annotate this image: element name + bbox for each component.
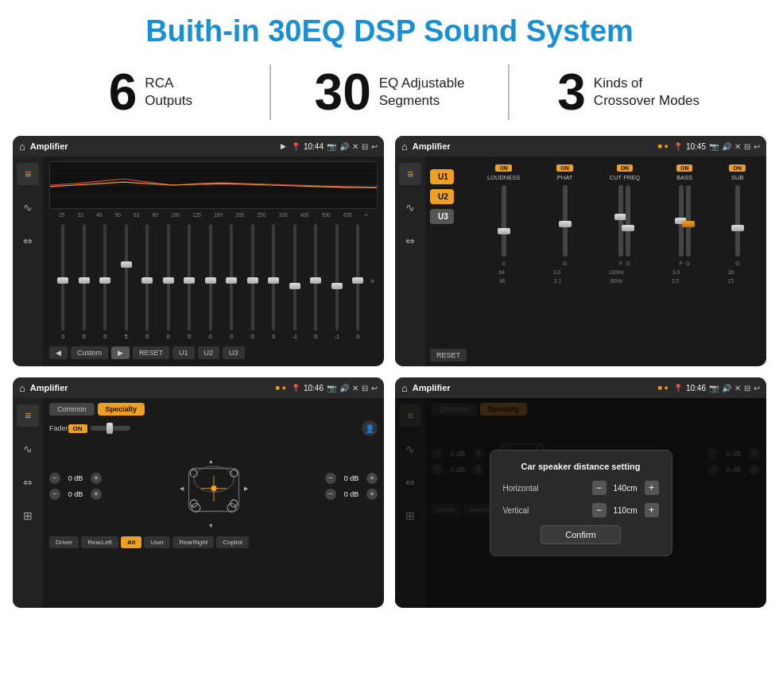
group-loudness: ON LOUDNESS 0 <box>487 164 520 266</box>
eq-u3-btn[interactable]: U3 <box>223 346 245 359</box>
eq-slider-7: 0 <box>200 222 222 339</box>
right-rear-plus[interactable]: + <box>366 489 378 500</box>
sub-slider[interactable] <box>735 185 740 257</box>
eq-content: ≡ ∿ ⇔ 2 <box>13 157 384 366</box>
stat-eq-number: 30 <box>315 67 371 118</box>
stat-crossover: 3 Kinds of Crossover Modes <box>525 67 731 118</box>
left-rear-value: 0 dB <box>64 490 87 498</box>
svg-point-11 <box>230 470 237 477</box>
stats-row: 6 RCA Outputs 30 EQ Adjustable Segments … <box>0 56 779 131</box>
stat-crossover-text: Kinds of Crossover Modes <box>594 75 700 110</box>
crossover-main-area: U1 U2 U3 RESET ON LOUDNESS 0 <box>425 157 766 366</box>
common-tab[interactable]: Common <box>49 403 95 416</box>
group-phat: ON PHAT G <box>556 164 573 266</box>
sidebar-arrows-icon-2[interactable]: ⇔ <box>399 230 421 252</box>
fader-content: ≡ ∿ ⇔ ⊞ Common Specialty Fader ON <box>13 398 384 608</box>
right-front-value: 0 dB <box>339 474 363 482</box>
fader-sidebar: ≡ ∿ ⇔ ⊞ <box>13 398 43 608</box>
cutfreq-slider-f[interactable] <box>618 185 623 257</box>
driver-btn[interactable]: Driver <box>49 536 79 548</box>
sidebar-eq-icon[interactable]: ≡ <box>17 163 39 185</box>
freq-values: 64 3.0 100Hz 3.0 20 <box>471 269 762 275</box>
page-title: Buith-in 30EQ DSP Sound System <box>0 0 779 56</box>
stat-crossover-number: 3 <box>557 67 586 118</box>
crossover-reset-btn[interactable]: RESET <box>430 349 467 362</box>
loudness-slider[interactable] <box>502 185 506 257</box>
home-icon[interactable]: ⌂ <box>19 141 25 153</box>
eq-more-icon[interactable]: » <box>369 222 375 339</box>
phat-label: PHAT <box>557 174 572 181</box>
loudness-on: ON <box>495 164 512 172</box>
cutfreq-slider-g[interactable] <box>626 185 630 257</box>
eq-screen: ⌂ Amplifier ▶ 📍 10:44 📷 🔊 ✕ ⊟ ↩ ≡ ∿ ⇔ <box>13 136 384 366</box>
topbar-icons: 📍 10:44 📷 🔊 ✕ ⊟ ↩ <box>291 142 378 151</box>
eq-reset-btn[interactable]: RESET <box>133 346 169 359</box>
specialty-tab[interactable]: Specialty <box>98 403 145 416</box>
eq-time: 10:44 <box>304 142 324 151</box>
stat-eq-text: EQ Adjustable Segments <box>379 75 465 110</box>
eq-preset-btn[interactable]: Custom <box>71 346 108 359</box>
sidebar-eq-icon-2[interactable]: ≡ <box>399 163 421 185</box>
pin-icon-3: 📍 <box>291 384 300 393</box>
eq-prev-btn[interactable]: ◀ <box>49 346 68 359</box>
sidebar-wave-icon-3[interactable]: ∿ <box>17 438 39 460</box>
rearleft-btn[interactable]: RearLeft <box>81 536 118 548</box>
left-front-minus[interactable]: − <box>49 473 60 484</box>
stat-divider-1 <box>269 64 271 120</box>
sub-label: SUB <box>731 174 743 181</box>
sidebar-arrows-icon-3[interactable]: ⇔ <box>17 471 39 493</box>
copilot-btn[interactable]: Copilot <box>216 536 249 548</box>
eq-play-btn[interactable]: ▶ <box>111 346 130 359</box>
left-rear-plus[interactable]: + <box>91 489 102 500</box>
home-icon-4[interactable]: ⌂ <box>401 382 408 394</box>
left-front-plus[interactable]: + <box>91 473 102 484</box>
u3-btn[interactable]: U3 <box>430 209 454 224</box>
dialog-title-bar: Amplifier <box>413 383 653 393</box>
rearright-btn[interactable]: RearRight <box>172 536 214 548</box>
confirm-button[interactable]: Confirm <box>541 525 621 544</box>
crossover-sidebar: ≡ ∿ ⇔ <box>395 157 425 366</box>
user-icon[interactable]: 👤 <box>362 420 378 436</box>
fader-label: Fader <box>49 424 68 432</box>
sidebar-eq-icon-3[interactable]: ≡ <box>17 404 39 427</box>
sidebar-expand-icon-3[interactable]: ⊞ <box>17 505 39 527</box>
group-bass: ON BASS F G <box>676 164 693 266</box>
group-sub: ON SUB G <box>729 164 746 266</box>
stat-rca-text: RCA Outputs <box>145 75 192 110</box>
eq-u1-btn[interactable]: U1 <box>172 346 195 359</box>
sidebar-wave-icon-2[interactable]: ∿ <box>399 196 421 219</box>
close-icon: ✕ <box>352 142 358 151</box>
eq-u2-btn[interactable]: U2 <box>198 346 220 359</box>
dialog-overlay: Car speaker distance setting Horizontal … <box>395 398 766 608</box>
bass-slider-g[interactable] <box>686 185 691 257</box>
u-buttons: U1 U2 U3 RESET <box>430 161 467 362</box>
close-icon-3: ✕ <box>352 384 358 393</box>
user-btn[interactable]: User <box>144 536 170 548</box>
horizontal-plus-btn[interactable]: + <box>645 481 659 495</box>
home-icon-2[interactable]: ⌂ <box>401 141 408 153</box>
home-icon-3[interactable]: ⌂ <box>19 382 25 394</box>
fader-title: Amplifier <box>30 383 271 393</box>
dot-icon-3: ■ ● <box>276 384 286 392</box>
stat-rca: 6 RCA Outputs <box>48 67 254 118</box>
left-rear-minus[interactable]: − <box>49 489 60 500</box>
vertical-plus-btn[interactable]: + <box>645 503 659 517</box>
eq-slider-11: -1 <box>285 222 306 339</box>
phat-slider[interactable] <box>563 185 568 257</box>
dialog-topbar: ⌂ Amplifier ■ ● 📍 10:46 📷 🔊 ✕ ⊟ ↩ <box>395 377 766 398</box>
all-btn[interactable]: All <box>121 536 141 548</box>
eq-sidebar: ≡ ∿ ⇔ <box>13 157 43 366</box>
u1-btn[interactable]: U1 <box>430 169 454 184</box>
vertical-minus-btn[interactable]: − <box>592 503 607 517</box>
eq-topbar: ⌂ Amplifier ▶ 📍 10:44 📷 🔊 ✕ ⊟ ↩ <box>13 136 384 157</box>
sidebar-arrows-icon[interactable]: ⇔ <box>17 230 39 252</box>
right-front-plus[interactable]: + <box>366 473 378 484</box>
right-rear-minus[interactable]: − <box>325 489 336 500</box>
horizontal-minus-btn[interactable]: − <box>592 481 607 495</box>
right-front-minus[interactable]: − <box>325 473 336 484</box>
play-icon: ▶ <box>281 142 286 150</box>
sidebar-wave-icon[interactable]: ∿ <box>17 196 39 219</box>
svg-point-10 <box>190 470 197 477</box>
u2-btn[interactable]: U2 <box>430 189 454 204</box>
car-diagram: ▲ ▼ ◀ ▶ <box>108 439 319 533</box>
